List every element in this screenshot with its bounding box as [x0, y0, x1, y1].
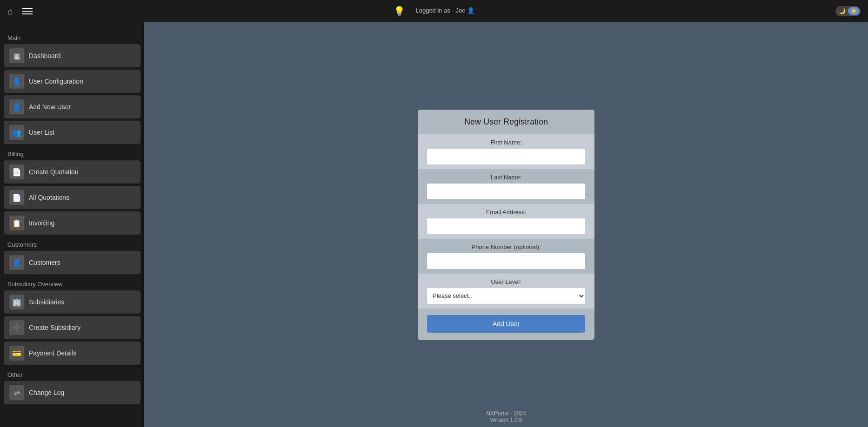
topbar: ⌂ 💡 Logged in as - Joe 👤 🌙 ☀️ [0, 0, 868, 22]
sidebar-section-label-subsidiary-overview: Subsidiary Overview [7, 281, 137, 288]
sidebar-item-label-create-quotation: Create Quotation [29, 168, 79, 176]
sidebar-item-label-subsidiaries: Subsidiaries [29, 298, 64, 306]
phone-input[interactable] [427, 253, 585, 269]
user-icon: 👤 [467, 7, 474, 14]
payment-details-icon: 💳 [9, 346, 24, 361]
sidebar-item-label-change-log: Change Log [29, 389, 64, 396]
sidebar-item-customers[interactable]: 👤Customers [4, 251, 140, 274]
sidebar-item-label-all-quotations: All Quotations [29, 194, 69, 201]
customers-icon: 👤 [9, 255, 24, 270]
user-configuration-icon: 👤 [9, 74, 24, 89]
user-level-select[interactable]: Please select.. Admin User Viewer [427, 288, 585, 304]
create-subsidiary-icon: ➕ [9, 320, 24, 335]
sidebar-section-label-customers: Customers [7, 241, 137, 248]
email-input[interactable] [427, 218, 585, 234]
last-name-input[interactable] [427, 184, 585, 199]
registration-form-card: New User Registration First Name: Last N… [418, 110, 594, 340]
phone-label: Phone Number (optional): [427, 243, 585, 250]
sidebar-item-dashboard[interactable]: ▦Dashboard [4, 44, 140, 67]
sidebar-item-label-invoicing: Invoicing [29, 219, 54, 227]
sidebar-item-label-payment-details: Payment Details [29, 349, 76, 357]
footer-line1: NXPortal - 2024 [148, 410, 864, 417]
create-quotation-icon: 📄 [9, 164, 24, 179]
theme-toggle[interactable]: 🌙 ☀️ [835, 6, 861, 16]
phone-section: Phone Number (optional): [418, 239, 594, 274]
subsidiaries-icon: 🏢 [9, 295, 24, 309]
sidebar-item-payment-details[interactable]: 💳Payment Details [4, 342, 140, 365]
user-list-icon: 👥 [9, 125, 24, 140]
sidebar-item-label-dashboard: Dashboard [29, 52, 61, 59]
user-level-label: User Level: [427, 278, 585, 285]
sidebar: Main▦Dashboard👤User Configuration👤Add Ne… [0, 22, 144, 427]
last-name-section: Last Name: [418, 169, 594, 204]
bulb-icon[interactable]: 💡 [394, 6, 405, 16]
add-user-button[interactable]: Add User [427, 315, 585, 333]
sidebar-item-label-user-configuration: User Configuration [29, 78, 83, 85]
sidebar-section-label-other: Other [7, 371, 137, 378]
content-area: New User Registration First Name: Last N… [144, 22, 868, 427]
sidebar-item-create-quotation[interactable]: 📄Create Quotation [4, 160, 140, 184]
add-new-user-icon: 👤 [9, 99, 24, 114]
moon-icon: 🌙 [836, 7, 848, 15]
sidebar-item-label-create-subsidiary: Create Subsidiary [29, 324, 80, 331]
sidebar-item-all-quotations[interactable]: 📄All Quotations [4, 186, 140, 209]
sidebar-section-label-main: Main [7, 34, 137, 41]
topbar-center: 💡 Logged in as - Joe 👤 [33, 6, 835, 17]
change-log-icon: ⇌ [9, 385, 24, 400]
email-section: Email Address: [418, 204, 594, 239]
first-name-section: First Name: [418, 134, 594, 169]
sidebar-item-user-list[interactable]: 👥User List [4, 121, 140, 144]
dashboard-icon: ▦ [9, 48, 24, 63]
footer-line2: Version 1.0.6 [148, 417, 864, 423]
content-footer: NXPortal - 2024 Version 1.0.6 [144, 407, 868, 427]
form-title: New User Registration [418, 110, 594, 134]
user-level-section: User Level: Please select.. Admin User V… [418, 274, 594, 309]
sun-icon: ☀️ [848, 7, 860, 15]
form-body: First Name: Last Name: Email Address: Ph… [418, 134, 594, 340]
sidebar-item-create-subsidiary[interactable]: ➕Create Subsidiary [4, 316, 140, 339]
sidebar-item-label-customers: Customers [29, 259, 60, 266]
sidebar-item-user-configuration[interactable]: 👤User Configuration [4, 70, 140, 93]
sidebar-item-invoicing[interactable]: 📋Invoicing [4, 211, 140, 235]
sidebar-item-label-add-new-user: Add New User [29, 103, 71, 111]
sidebar-item-label-user-list: User List [29, 129, 54, 136]
home-icon[interactable]: ⌂ [7, 6, 13, 17]
last-name-label: Last Name: [427, 174, 585, 181]
email-label: Email Address: [427, 209, 585, 216]
sidebar-section-label-billing: Billing [7, 151, 137, 158]
first-name-input[interactable] [427, 149, 585, 164]
logged-in-text: Logged in as - Joe [415, 7, 465, 14]
sidebar-item-add-new-user[interactable]: 👤Add New User [4, 95, 140, 118]
sidebar-item-change-log[interactable]: ⇌Change Log [4, 381, 140, 404]
invoicing-icon: 📋 [9, 216, 24, 230]
first-name-label: First Name: [427, 139, 585, 146]
sidebar-item-subsidiaries[interactable]: 🏢Subsidiaries [4, 290, 140, 314]
hamburger-menu-icon[interactable] [22, 8, 33, 14]
all-quotations-icon: 📄 [9, 190, 24, 205]
